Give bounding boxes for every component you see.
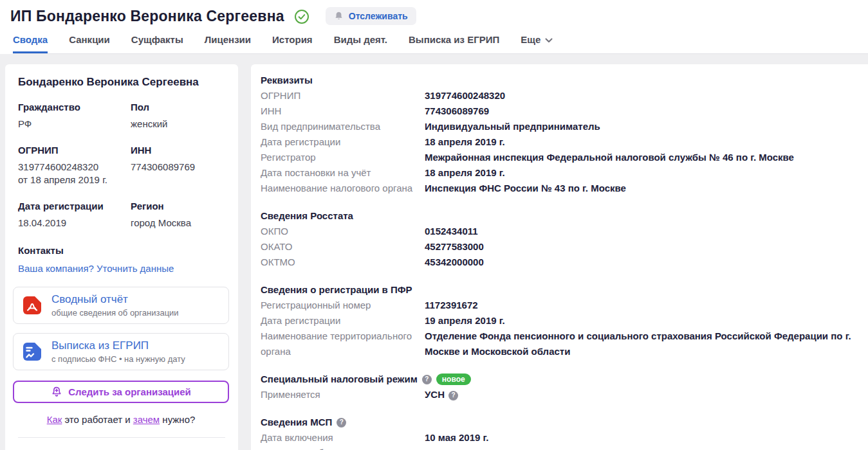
section-tax-regime: Специальный налоговый режим?новоеПрименя…	[261, 372, 858, 402]
tab-licenzii[interactable]: Лицензии	[205, 26, 251, 53]
field-value-text: 1172391672	[425, 300, 478, 310]
sidebar-card: Бондаренко Вероника Сергеевна Гражданств…	[5, 64, 238, 450]
attr-label: Пол	[131, 102, 229, 113]
field-value: УСН?	[425, 387, 858, 402]
field-value-text: Отделение Фонда пенсионного и социальног…	[425, 330, 851, 357]
help-icon[interactable]: ?	[448, 391, 458, 401]
attr-value: 18.04.2019	[18, 217, 131, 230]
egrip-extract-card[interactable]: Выписка из ЕГРИПс подписью ФНС • на нужн…	[13, 333, 229, 370]
tab-suschfakty[interactable]: Сущфакты	[131, 26, 183, 53]
tab-label: Сводка	[13, 34, 48, 45]
report-subtitle: с подписью ФНС • на нужную дату	[51, 354, 185, 364]
field-value: 0152434011	[425, 224, 858, 239]
update-data-link[interactable]: Ваша компания? Уточнить данные	[18, 263, 229, 274]
help-icon[interactable]: ?	[422, 375, 432, 384]
field-value-text: 319774600248320	[425, 90, 505, 101]
field-row: ПрименяетсяУСН?	[261, 387, 858, 402]
field-value: 18 апреля 2019 г.	[425, 134, 858, 150]
follow-button-label: Следить за организацией	[68, 386, 191, 397]
tab-bar: СводкаСанкцииСущфактыЛицензииИсторияВиды…	[13, 26, 868, 54]
tab-label: Лицензии	[205, 34, 251, 45]
section-title: Сведения МСП?	[261, 415, 858, 430]
track-button[interactable]: Отслеживать	[326, 7, 416, 25]
summary-report-card[interactable]: Сводный отчётобщие сведения об организац…	[13, 287, 229, 324]
attr-label: Дата регистрации	[18, 201, 131, 212]
field-label: Регистратор	[261, 150, 418, 165]
tab-label: Еще	[521, 34, 540, 45]
section-title-text: Сведения МСП	[261, 415, 332, 430]
field-value-text: Индивидуальный предприниматель	[425, 121, 600, 132]
content-area: Бондаренко Вероника Сергеевна Гражданств…	[0, 54, 868, 450]
attr-value: город Москва	[131, 217, 229, 230]
attr-label: ИНН	[131, 145, 229, 156]
chevron-down-icon	[545, 38, 553, 43]
field-value-text: 774306089769	[425, 105, 489, 116]
check-circle-icon	[294, 9, 309, 24]
bell-plus-icon	[51, 386, 62, 398]
field-row: Вид предпринимательстваИндивидуальный пр…	[261, 119, 858, 134]
field-label: Дата постановки на учёт	[261, 165, 418, 181]
tab-label: Виды деят.	[334, 34, 387, 45]
field-value-text: 0152434011	[425, 226, 478, 237]
field-label: Регистрационный номер	[261, 298, 418, 313]
field-label: ОГРНИП	[261, 88, 418, 104]
tab-label: Сущфакты	[131, 34, 183, 45]
section-title-text: Сведения Росстата	[261, 208, 353, 224]
hint-text: это работает и	[62, 414, 133, 425]
how-link[interactable]: Как	[47, 414, 62, 425]
tab-vidy-deyat[interactable]: Виды деят.	[334, 26, 387, 53]
attr-inn: ИНН774306089769	[131, 145, 229, 186]
attr-ogrnip: ОГРНИП319774600248320от 18 апреля 2019 г…	[18, 145, 131, 186]
field-label: ОКПО	[261, 224, 418, 239]
tab-vypiska-egrip[interactable]: Выписка из ЕГРИП	[409, 26, 499, 53]
divider	[18, 437, 225, 438]
tab-svodka[interactable]: Сводка	[13, 26, 48, 53]
pdf-file-icon	[21, 294, 43, 316]
why-link[interactable]: зачем	[133, 414, 160, 425]
section-title: Реквизиты	[261, 73, 858, 88]
field-value: 45342000000	[425, 255, 858, 270]
section-title: Сведения о регистрации в ПФР	[261, 282, 858, 298]
attr-region: Регионгород Москва	[131, 201, 229, 230]
new-badge: новое	[436, 374, 471, 385]
section-title: Специальный налоговый режим?новое	[261, 372, 858, 387]
field-value: Инспекция ФНС России № 43 по г. Москве	[425, 181, 858, 196]
track-button-label: Отслеживать	[349, 11, 408, 21]
field-value-text: Межрайонная инспекция Федеральной налого…	[425, 152, 794, 163]
tab-esche[interactable]: Еще	[521, 26, 553, 53]
follow-button[interactable]: Следить за организацией	[13, 381, 229, 403]
field-label: Наименование территориального органа	[261, 328, 418, 359]
field-row: Наименование территориального органаОтде…	[261, 328, 858, 359]
field-row: Категория субъектаМикропредприятие	[261, 446, 858, 450]
field-value: Индивидуальный предприниматель	[425, 119, 858, 134]
tab-istoriya[interactable]: История	[272, 26, 313, 53]
attr-grazhdanstvo: ГражданствоРФ	[18, 102, 131, 130]
field-label: Дата регистрации	[261, 313, 418, 328]
field-value: 1172391672	[425, 298, 858, 313]
attr-value: 319774600248320	[18, 161, 131, 174]
tab-label: Санкции	[69, 34, 110, 45]
attributes-grid: ГражданствоРФПолженскийОГРНИП31977460024…	[18, 102, 229, 230]
field-value: 45277583000	[425, 239, 858, 255]
attr-pol: Полженский	[131, 102, 229, 130]
tab-sankcii[interactable]: Санкции	[69, 26, 110, 53]
field-value-text: 45342000000	[425, 256, 484, 267]
field-label: Дата регистрации	[261, 134, 418, 150]
field-label: Наименование налогового органа	[261, 181, 418, 196]
section-rekvizity: РеквизитыОГРНИП319774600248320ИНН7743060…	[261, 73, 858, 196]
field-value: 319774600248320	[425, 88, 858, 104]
section-pfr: Сведения о регистрации в ПФРРегистрацион…	[261, 282, 858, 359]
field-value-text: Инспекция ФНС России № 43 по г. Москве	[425, 183, 626, 194]
page-title: ИП Бондаренко Вероника Сергеевна	[10, 8, 284, 25]
field-label: ИНН	[261, 104, 418, 119]
field-row: Регистрационный номер1172391672	[261, 298, 858, 313]
field-value-text: 19 апреля 2019 г.	[425, 315, 505, 326]
field-label: Категория субъекта	[261, 446, 418, 450]
field-row: Дата регистрации18 апреля 2019 г.	[261, 134, 858, 150]
field-value-text: 10 мая 2019 г.	[425, 432, 488, 443]
entity-name: Бондаренко Вероника Сергеевна	[18, 76, 229, 89]
report-title: Сводный отчёт	[51, 293, 179, 306]
help-icon[interactable]: ?	[337, 418, 346, 428]
field-row: Дата постановки на учёт18 апреля 2019 г.	[261, 165, 858, 181]
attr-value: женский	[131, 118, 229, 130]
